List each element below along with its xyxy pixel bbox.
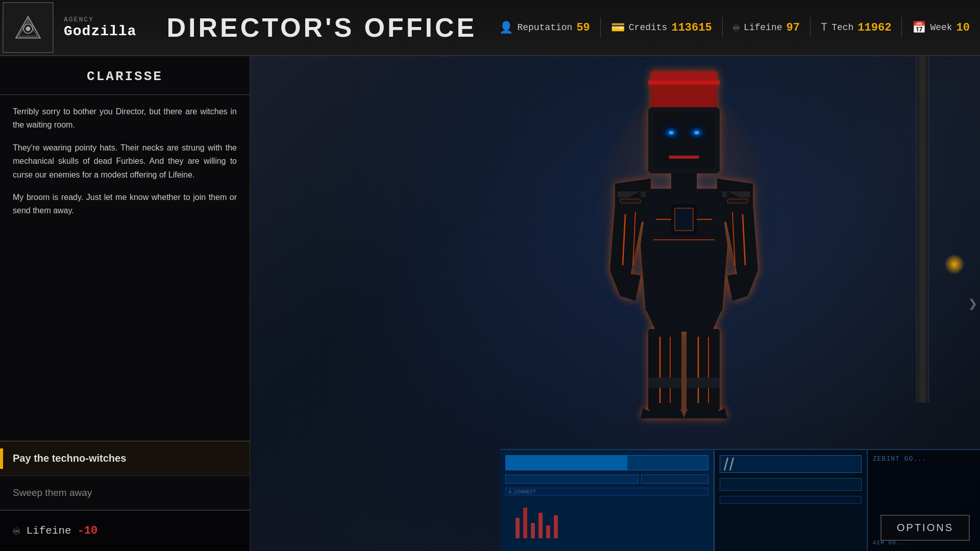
stats-area: 👤 Reputation 59 💳 Credits 113615 ♾ Lifei…: [499, 17, 980, 38]
hud-graph-bar-3: [531, 523, 535, 538]
credits-stat: 💳 Credits 113615: [611, 21, 712, 35]
agency-name: Godzilla: [64, 23, 136, 39]
page-title: DIRECTOR'S OFFICE: [167, 13, 477, 42]
tech-value: 11962: [857, 21, 891, 34]
header: AGENCY Godzilla DIRECTOR'S OFFICE 👤 Repu…: [0, 0, 980, 56]
hud-graph-bar-5: [546, 525, 550, 538]
background-pipe: [916, 56, 929, 403]
character-name-section: CLARISSE: [0, 56, 250, 95]
svg-rect-27: [687, 378, 720, 388]
hud-right-panel: [715, 450, 868, 551]
dialogue-p3: My broom is ready. Just let me know whet…: [13, 191, 237, 218]
agency-label: AGENCY: [64, 16, 136, 23]
hud-right-bar-3: [720, 496, 862, 504]
character-name: CLARISSE: [87, 69, 163, 84]
dialogue-text: Terribly sorry to bother you Director, b…: [13, 105, 237, 218]
svg-rect-29: [727, 199, 748, 203]
choice-1-label: Pay the techno-witches: [13, 453, 126, 464]
tech-label: Tech: [831, 22, 853, 33]
cost-label: Lifeine: [26, 525, 71, 537]
stat-divider-1: [600, 17, 601, 38]
svg-rect-26: [648, 378, 681, 388]
hud-label-bar: A_CONNECT: [505, 488, 708, 495]
week-stat: 📅 Week 10: [912, 21, 970, 35]
title-area: DIRECTOR'S OFFICE: [144, 12, 499, 43]
stat-divider-3: [810, 17, 811, 38]
tech-stat: T Tech 11962: [821, 21, 891, 34]
stat-divider-2: [722, 17, 723, 38]
reputation-label: Reputation: [517, 22, 572, 33]
stat-divider-4: [901, 17, 902, 38]
right-arrow-button[interactable]: ❯: [968, 294, 977, 313]
hud-slash-1: [724, 458, 729, 470]
agency-info: AGENCY Godzilla: [56, 16, 144, 39]
week-value: 10: [957, 21, 970, 34]
hud-slash-2: [729, 458, 734, 470]
svg-rect-8: [648, 81, 720, 85]
choice-1-indicator: [0, 448, 3, 469]
hud-text-display: ZEBINT GO...: [873, 455, 975, 463]
hud-graph-bar-6: [554, 515, 558, 538]
reputation-stat: 👤 Reputation 59: [499, 21, 590, 35]
svg-point-13: [669, 131, 673, 134]
hud-right-bar-2: [720, 478, 862, 491]
dialogue-section: Terribly sorry to bother you Director, b…: [0, 95, 250, 441]
svg-rect-19: [671, 173, 697, 189]
agency-logo: [3, 2, 54, 53]
credits-value: 113615: [671, 21, 712, 34]
hud-sub-bar-1: [505, 474, 639, 484]
svg-rect-9: [653, 112, 715, 168]
dialogue-p2: They're wearing pointy hats. Their necks…: [13, 141, 237, 182]
reputation-value: 59: [576, 21, 590, 34]
hud-right-bar-1: [720, 455, 862, 473]
choice-1[interactable]: Pay the techno-witches: [0, 441, 250, 476]
svg-rect-25: [687, 329, 720, 411]
svg-point-17: [695, 131, 699, 134]
options-button[interactable]: OPTIONS: [880, 515, 970, 541]
credits-label: Credits: [629, 22, 668, 33]
hud-graph-area: [505, 499, 708, 546]
choice-2-label: Sweep them away: [13, 487, 92, 498]
cost-section: ♾ Lifeine -10: [0, 510, 250, 551]
hud-left-panel: A_CONNECT: [500, 450, 715, 551]
choices-section: Pay the techno-witches Sweep them away: [0, 441, 250, 510]
svg-rect-18: [669, 156, 699, 159]
svg-rect-24: [648, 329, 681, 411]
week-label: Week: [930, 22, 952, 33]
week-icon: 📅: [912, 21, 926, 35]
hud-graph-bar-1: [516, 518, 520, 538]
left-panel: CLARISSE Terribly sorry to bother you Di…: [0, 56, 250, 551]
choice-2[interactable]: Sweep them away: [0, 476, 250, 510]
lifeine-label: Lifeine: [744, 22, 782, 33]
robot-character: [569, 66, 799, 413]
hud-graph-bar-2: [523, 508, 527, 538]
lifeine-stat: ♾ Lifeine 97: [733, 21, 800, 35]
lifeine-cost-icon: ♾: [13, 523, 20, 538]
hud-data-bar-1: [505, 455, 708, 470]
svg-point-3: [26, 27, 30, 31]
reputation-icon: 👤: [499, 21, 513, 35]
tech-icon: T: [821, 21, 827, 34]
svg-rect-7: [651, 71, 717, 82]
dialogue-p1: Terribly sorry to bother you Director, b…: [13, 105, 237, 132]
hud-graph-bar-4: [538, 513, 543, 538]
cost-display: ♾ Lifeine -10: [13, 523, 237, 538]
svg-rect-28: [620, 199, 641, 203]
hud-sub-bar-2: [641, 474, 708, 484]
credits-icon: 💳: [611, 21, 625, 35]
lifeine-icon: ♾: [733, 21, 740, 35]
cost-value: -10: [78, 524, 98, 537]
svg-rect-23: [675, 208, 693, 231]
right-panel: A_CONNECT ZEBINT GO... AIM GO...: [250, 56, 980, 551]
lifeine-value: 97: [787, 21, 800, 34]
background-light: [944, 254, 965, 274]
